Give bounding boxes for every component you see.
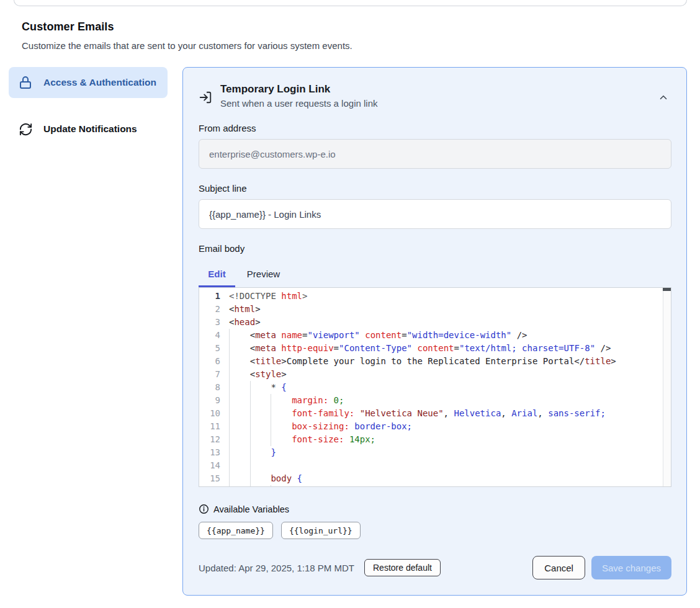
- indent-guide: [271, 394, 271, 446]
- restore-default-button[interactable]: Restore default: [364, 559, 441, 576]
- line-number: 1: [199, 290, 220, 303]
- panel-subtitle: Sent when a user requests a login link: [220, 98, 377, 109]
- email-body-tabs: Edit Preview: [199, 261, 671, 287]
- line-number: 5: [199, 342, 220, 355]
- line-number: 10: [199, 407, 220, 420]
- sidebar-item-label: Update Notifications: [43, 122, 137, 136]
- line-number: 11: [199, 420, 220, 433]
- panel-header: Temporary Login Link Sent when a user re…: [199, 83, 671, 109]
- code-line[interactable]: <html>: [229, 303, 671, 316]
- panel-footer: Updated: Apr 29, 2025, 1:18 PM MDT Resto…: [199, 556, 671, 579]
- line-number: 16: [199, 485, 220, 487]
- indent-guide: [229, 329, 230, 487]
- indent-guide: [271, 485, 271, 487]
- code-line[interactable]: * {: [229, 381, 671, 394]
- editor-scrollbar-thumb[interactable]: [663, 288, 671, 291]
- line-number: 9: [199, 394, 220, 407]
- subject-line-label: Subject line: [199, 183, 671, 194]
- variable-chip[interactable]: {{login_url}}: [281, 522, 361, 539]
- code-line[interactable]: box-sizing: border-box;: [229, 420, 671, 433]
- line-number: 3: [199, 316, 220, 329]
- line-number: 8: [199, 381, 220, 394]
- from-address-label: From address: [199, 123, 671, 133]
- updated-timestamp: Updated: Apr 29, 2025, 1:18 PM MDT: [199, 563, 354, 573]
- code-line[interactable]: body {: [229, 472, 671, 485]
- code-line[interactable]: font-family: "Helvetica Neue", Helvetica…: [229, 407, 671, 420]
- code-line[interactable]: <title>Complete your login to the Replic…: [229, 355, 671, 368]
- lock-icon: [18, 75, 33, 90]
- tab-edit[interactable]: Edit: [199, 261, 235, 287]
- save-changes-button[interactable]: Save changes: [591, 556, 671, 579]
- collapse-section-button[interactable]: [655, 89, 671, 105]
- editor-scrollbar[interactable]: [663, 288, 671, 486]
- line-number: 2: [199, 303, 220, 316]
- code-line[interactable]: <meta http-equiv="Content-Type" content=…: [229, 342, 671, 355]
- line-number: 7: [199, 368, 220, 381]
- code-line[interactable]: }: [229, 446, 671, 459]
- email-types-sidebar: Access & Authentication Update Notificat…: [9, 67, 168, 145]
- refresh-icon: [18, 122, 33, 136]
- code-line[interactable]: [229, 459, 671, 472]
- code-editor[interactable]: 12345678910111213141516 <!DOCTYPE html><…: [199, 287, 671, 487]
- line-number: 4: [199, 329, 220, 342]
- code-line[interactable]: background-color: #f9f9f9;: [229, 485, 671, 486]
- code-line[interactable]: <style>: [229, 368, 671, 381]
- available-variables-header: Available Variables: [199, 504, 671, 514]
- tab-preview[interactable]: Preview: [240, 261, 287, 287]
- from-address-input[interactable]: [199, 139, 671, 169]
- line-number: 6: [199, 355, 220, 368]
- login-icon: [199, 91, 212, 104]
- line-number: 13: [199, 446, 220, 459]
- panel-title: Temporary Login Link: [220, 83, 377, 96]
- sidebar-item-label: Access & Authentication: [43, 75, 156, 90]
- content-columns: Access & Authentication Update Notificat…: [9, 67, 687, 596]
- sidebar-item-update-notifications[interactable]: Update Notifications: [9, 114, 168, 145]
- code-line[interactable]: font-size: 14px;: [229, 433, 671, 446]
- sidebar-item-access-authentication[interactable]: Access & Authentication: [9, 67, 168, 98]
- available-variables-label: Available Variables: [213, 504, 289, 514]
- cancel-button[interactable]: Cancel: [532, 556, 585, 579]
- code-line[interactable]: <head>: [229, 316, 671, 329]
- chevron-up-icon: [658, 92, 669, 103]
- editor-gutter: 12345678910111213141516: [199, 288, 229, 486]
- editor-code[interactable]: <!DOCTYPE html><html><head> <meta name="…: [229, 288, 671, 486]
- page-title: Customer Emails: [22, 20, 700, 34]
- code-line[interactable]: <meta name="viewport" content="width=dev…: [229, 329, 671, 342]
- variable-chips: {{app_name}}{{login_url}}: [199, 522, 671, 539]
- code-line[interactable]: <!DOCTYPE html>: [229, 290, 671, 303]
- page-subtitle: Customize the emails that are sent to yo…: [22, 40, 700, 51]
- code-line[interactable]: margin: 0;: [229, 394, 671, 407]
- info-icon: [199, 504, 209, 514]
- line-number: 15: [199, 472, 220, 485]
- previous-card-bottom-edge: [14, 0, 687, 6]
- indent-guide: [250, 381, 251, 487]
- subject-line-input[interactable]: [199, 199, 671, 229]
- variable-chip[interactable]: {{app_name}}: [199, 522, 273, 539]
- email-body-label: Email body: [199, 243, 671, 254]
- line-number: 12: [199, 433, 220, 446]
- temporary-login-link-panel: Temporary Login Link Sent when a user re…: [182, 67, 687, 596]
- line-number: 14: [199, 459, 220, 472]
